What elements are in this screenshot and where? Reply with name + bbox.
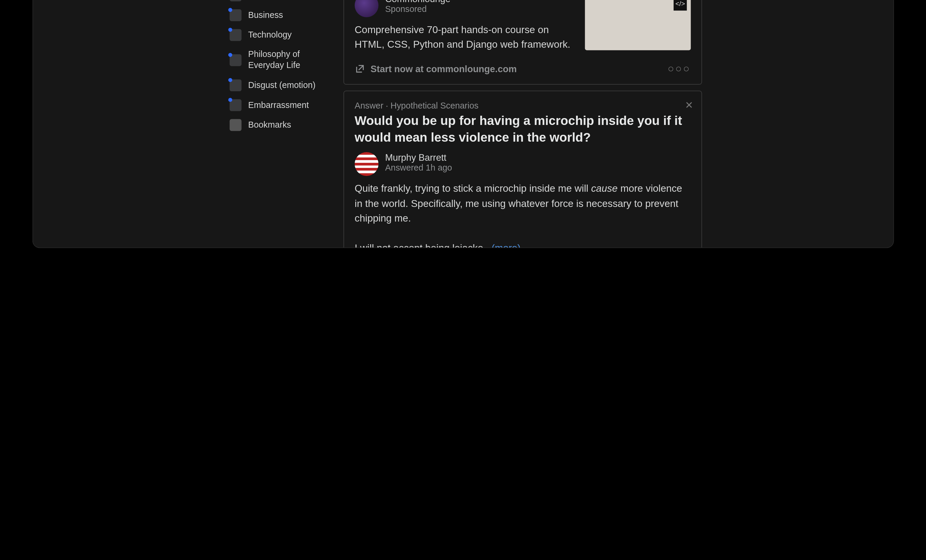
author-avatar[interactable] bbox=[355, 0, 378, 17]
bookmark-icon bbox=[230, 119, 242, 131]
close-icon[interactable]: ✕ bbox=[685, 99, 694, 111]
topic-icon bbox=[230, 9, 242, 21]
feed: ✕ Answer · Philosophy of Everyday Life W… bbox=[343, 0, 702, 248]
answer-time: Answered 1h ago bbox=[385, 163, 452, 173]
sidebar: Feed Hypothetical Scenarios Self-Improve… bbox=[224, 0, 334, 248]
topic-icon bbox=[230, 79, 242, 91]
author-name[interactable]: Commonlounge bbox=[385, 0, 451, 4]
browser-window: ‹ › 🔒 quora.com ⟳ + bbox=[33, 0, 893, 248]
answer-body: Quite frankly, trying to stick a microch… bbox=[355, 181, 691, 247]
external-link-icon bbox=[355, 63, 365, 74]
question-title[interactable]: Would you be up for having a microchip i… bbox=[355, 113, 691, 146]
sponsored-image[interactable] bbox=[585, 0, 691, 50]
sidebar-item-business[interactable]: Business bbox=[224, 6, 334, 26]
sidebar-item-technology[interactable]: Technology bbox=[224, 25, 334, 45]
topic-icon bbox=[230, 99, 242, 111]
author-name[interactable]: Murphy Barrett bbox=[385, 152, 452, 163]
card-meta: Answer · Hypothetical Scenarios bbox=[355, 101, 691, 110]
sponsored-cta[interactable]: Start now at commonlounge.com bbox=[355, 63, 517, 74]
sidebar-item-philosophy[interactable]: Philosophy of Everyday Life bbox=[224, 45, 334, 76]
answer-time: Sponsored bbox=[385, 4, 451, 14]
sidebar-item-disgust[interactable]: Disgust (emotion) bbox=[224, 75, 334, 95]
more-options-icon[interactable]: ○○○ bbox=[668, 63, 691, 74]
feed-card-sponsored: ✕ Sponsored by Commonlounge Want to lear… bbox=[343, 0, 702, 85]
topic-icon bbox=[230, 54, 242, 66]
sidebar-item-bookmarks[interactable]: Bookmarks bbox=[224, 115, 334, 135]
quora-app: Quora Home Answer Spaces bbox=[33, 0, 893, 248]
feed-card-answer: ✕ Answer · Hypothetical Scenarios Would … bbox=[343, 91, 702, 248]
sidebar-item-tech-startups[interactable]: Technology Startups bbox=[224, 0, 334, 6]
more-link[interactable]: (more) bbox=[491, 242, 520, 247]
answer-body: Comprehensive 70-part hands-on course on… bbox=[355, 23, 576, 52]
author-avatar[interactable] bbox=[355, 152, 378, 176]
topic-icon bbox=[230, 29, 242, 41]
sidebar-item-embarrassment[interactable]: Embarrassment bbox=[224, 95, 334, 115]
topic-icon bbox=[230, 0, 242, 2]
